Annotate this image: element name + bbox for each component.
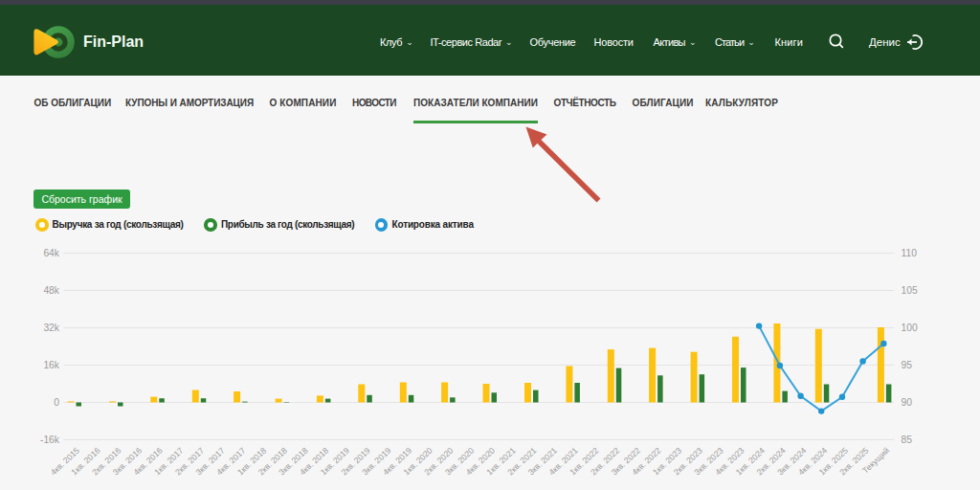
svg-text:64k: 64k: [43, 248, 59, 258]
svg-text:100: 100: [902, 323, 918, 333]
svg-text:48k: 48k: [43, 285, 59, 296]
svg-text:110: 110: [902, 248, 918, 258]
svg-text:85: 85: [902, 434, 913, 445]
svg-text:-16k: -16k: [40, 434, 60, 445]
svg-text:90: 90: [902, 397, 913, 408]
svg-text:32k: 32k: [43, 323, 59, 333]
svg-text:105: 105: [902, 285, 918, 296]
svg-text:16k: 16k: [43, 360, 59, 370]
svg-text:0: 0: [54, 397, 59, 408]
svg-text:95: 95: [902, 360, 913, 370]
